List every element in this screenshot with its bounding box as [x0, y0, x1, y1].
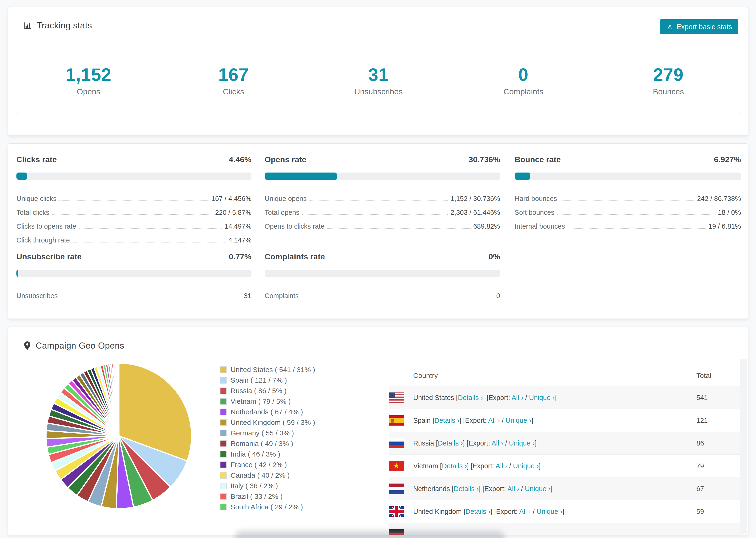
legend-swatch	[220, 409, 227, 415]
gb-flag-icon	[389, 506, 404, 517]
stat-row: Unique opens1,152 / 30.736%	[265, 189, 500, 203]
legend-swatch	[220, 504, 227, 510]
total-value: 121	[696, 417, 741, 424]
details-link[interactable]: Details ›	[438, 439, 463, 447]
legend-item: South Africa ( 29 / 2% )	[220, 502, 315, 512]
ru-flag-icon	[389, 438, 404, 448]
complaints-rate-bar	[265, 270, 500, 277]
export-unique-link[interactable]: Unique ›	[525, 485, 551, 493]
legend-item: Canada ( 40 / 2% )	[220, 470, 315, 480]
stat-row: Total opens2,303 / 61.446%	[265, 203, 500, 217]
stat-row: Internal bounces19 / 6.81%	[514, 217, 741, 231]
map-pin-icon	[24, 341, 31, 351]
pie-legend: United States ( 541 / 31% ) Spain ( 121 …	[220, 364, 315, 512]
bottom-shadow-blob	[235, 531, 505, 538]
legend-item: United Kingdom ( 59 / 3% )	[220, 417, 315, 428]
stat-row: Total clicks220 / 5.87%	[17, 203, 251, 217]
geo-pie-chart	[44, 361, 194, 511]
export-icon	[666, 23, 673, 30]
legend-swatch	[220, 419, 227, 426]
opens-rate-title: Opens rate	[265, 155, 306, 164]
legend-item: United States ( 541 / 31% )	[220, 364, 315, 375]
total-column-header: Total	[696, 372, 741, 380]
country-name: Russia	[413, 439, 434, 447]
details-link[interactable]: Details ›	[434, 417, 459, 424]
total-value: 541	[696, 394, 741, 402]
legend-swatch	[220, 388, 227, 394]
legend-item: Germany ( 55 / 3% )	[220, 428, 315, 438]
bar-chart-icon	[24, 21, 32, 30]
export-basic-stats-button[interactable]: Export basic stats	[660, 19, 738, 34]
legend-item: Netherlands ( 67 / 4% )	[220, 406, 315, 417]
export-all-link[interactable]: All ›	[512, 394, 523, 402]
nl-flag-icon	[389, 484, 404, 494]
total-value: 67	[696, 485, 741, 493]
country-column-header: Country	[389, 372, 696, 380]
details-link[interactable]: Details ›	[442, 462, 467, 470]
stat-unsubscribes: 31 Unsubscribes	[306, 47, 451, 114]
bounce-rate-bar	[514, 173, 741, 180]
opens-rate-value: 30.736%	[469, 155, 500, 164]
export-all-link[interactable]: All ›	[496, 462, 507, 470]
clicks-rate-bar	[17, 173, 251, 180]
legend-item: Vietnam ( 79 / 5% )	[220, 396, 315, 406]
unsubscribe-rate-block: Unsubscribe rate 0.77% Unsubscribes31	[17, 252, 251, 300]
stats-summary-box: 1,152 Opens 167 Clicks 31 Unsubscribes 0…	[16, 47, 741, 114]
header-divider	[16, 44, 740, 44]
stat-row: Unique clicks167 / 4.456%	[17, 189, 251, 203]
details-link[interactable]: Details ›	[454, 485, 479, 493]
rates-card: Clicks rate 4.46% Unique clicks167 / 4.4…	[8, 143, 748, 319]
stat-row: Hard bounces242 / 86.738%	[514, 189, 741, 203]
export-all-link[interactable]: All ›	[488, 417, 500, 424]
legend-swatch	[220, 461, 227, 468]
table-scrollbar[interactable]	[740, 359, 747, 534]
total-value: 59	[696, 508, 741, 515]
country-name: Vietnam	[413, 462, 438, 470]
opens-rate-block: Opens rate 30.736% Unique opens1,152 / 3…	[265, 155, 500, 231]
table-row: Spain [Details ›] [Export: All › / Uniqu…	[389, 409, 741, 432]
tracking-stats-header: Tracking stats	[24, 21, 92, 30]
stat-opens: 1,152 Opens	[16, 47, 161, 114]
total-value: 86	[696, 439, 741, 447]
unsubscribe-rate-value: 0.77%	[229, 252, 251, 261]
page-title: Tracking stats	[37, 21, 92, 30]
export-unique-link[interactable]: Unique ›	[513, 462, 539, 470]
legend-swatch	[220, 451, 227, 457]
bounce-rate-title: Bounce rate	[514, 155, 561, 164]
export-unique-link[interactable]: Unique ›	[509, 439, 535, 447]
country-name: Spain	[413, 417, 431, 424]
stat-clicks: 167 Clicks	[161, 47, 306, 114]
country-name: United Kingdom	[413, 508, 461, 515]
us-flag-icon	[389, 393, 404, 403]
legend-swatch	[220, 430, 227, 436]
details-link[interactable]: Details ›	[458, 394, 483, 402]
unsubscribe-rate-bar	[17, 270, 251, 277]
es-flag-icon	[389, 415, 404, 426]
details-link[interactable]: Details ›	[465, 508, 490, 515]
export-all-link[interactable]: All ›	[492, 439, 503, 447]
export-all-link[interactable]: All ›	[507, 485, 519, 493]
legend-item: India ( 46 / 3% )	[220, 449, 315, 459]
export-unique-link[interactable]: Unique ›	[506, 417, 531, 424]
legend-swatch	[220, 493, 227, 500]
export-all-link[interactable]: All ›	[519, 508, 531, 515]
campaign-geo-opens-card: Campaign Geo Opens United States ( 541 /…	[8, 327, 748, 535]
legend-item: Spain ( 121 / 7% )	[220, 375, 315, 385]
stat-row: Soft bounces18 / 0%	[514, 203, 741, 217]
legend-swatch	[220, 440, 227, 447]
export-unique-link[interactable]: Unique ›	[536, 508, 562, 515]
clicks-rate-title: Clicks rate	[17, 155, 57, 164]
legend-swatch	[220, 366, 227, 373]
stat-complaints: 0 Complaints	[451, 47, 596, 114]
table-header: Country Total	[389, 365, 741, 386]
geo-header: Campaign Geo Opens	[24, 341, 124, 351]
stat-bounces: 279 Bounces	[596, 47, 741, 114]
complaints-rate-block: Complaints rate 0% Complaints0	[265, 252, 500, 300]
opens-rate-bar	[265, 173, 500, 180]
table-row: Vietnam [Details ›] [Export: All › / Uni…	[389, 455, 741, 477]
complaints-rate-value: 0%	[489, 252, 500, 261]
stat-row: Click through rate4.147%	[17, 231, 251, 244]
legend-item: France ( 42 / 2% )	[220, 459, 315, 470]
export-unique-link[interactable]: Unique ›	[529, 394, 555, 402]
stat-row: Unsubscribes31	[17, 286, 251, 300]
